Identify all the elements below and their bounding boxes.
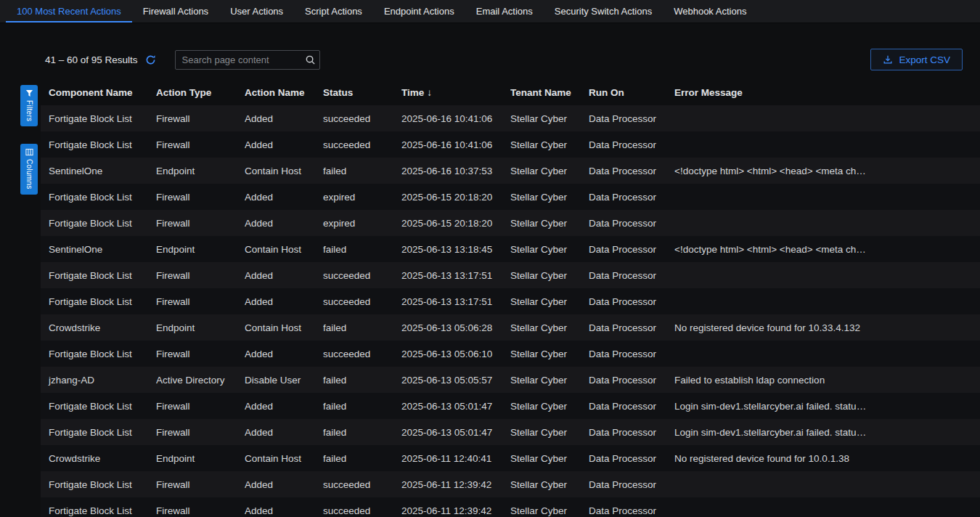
cell-time: 2025-06-16 10:41:06 bbox=[401, 113, 510, 124]
cell-tenant-name: Stellar Cyber bbox=[510, 244, 589, 255]
cell-action-name: Contain Host bbox=[245, 322, 323, 333]
table-row[interactable]: Fortigate Block ListFirewallAddedsucceed… bbox=[41, 471, 980, 497]
cell-tenant-name: Stellar Cyber bbox=[510, 479, 589, 490]
cell-tenant-name: Stellar Cyber bbox=[510, 113, 589, 124]
cell-error-message: Failed to establish ldap connection bbox=[674, 375, 980, 386]
table-row[interactable]: Fortigate Block ListFirewallAddedfailed2… bbox=[41, 419, 980, 445]
filter-funnel-icon bbox=[25, 89, 33, 97]
cell-component-name: Fortigate Block List bbox=[41, 427, 156, 438]
cell-action-type: Active Directory bbox=[156, 375, 245, 386]
table-row[interactable]: Fortigate Block ListFirewallAddedfailed2… bbox=[41, 393, 980, 419]
tab-user-actions[interactable]: User Actions bbox=[219, 0, 294, 23]
cell-action-type: Endpoint bbox=[156, 322, 245, 333]
cell-action-type: Firewall bbox=[156, 479, 245, 490]
table-row[interactable]: Fortigate Block ListFirewallAddedsucceed… bbox=[41, 105, 980, 131]
cell-action-name: Added bbox=[245, 427, 323, 438]
tab-firewall-actions[interactable]: Firewall Actions bbox=[132, 0, 219, 23]
cell-component-name: Fortigate Block List bbox=[41, 192, 156, 203]
cell-action-type: Firewall bbox=[156, 192, 245, 203]
cell-run-on: Data Processor bbox=[589, 270, 674, 281]
cell-action-type: Endpoint bbox=[156, 166, 245, 176]
cell-error-message: Login sim-dev1.stellarcyber.ai failed. s… bbox=[674, 401, 980, 412]
cell-action-name: Disable User bbox=[245, 375, 323, 386]
table-row[interactable]: Fortigate Block ListFirewallAddedsucceed… bbox=[41, 288, 980, 314]
cell-tenant-name: Stellar Cyber bbox=[510, 401, 589, 412]
cell-tenant-name: Stellar Cyber bbox=[510, 192, 589, 203]
results-count: 41 – 60 of 95 Results bbox=[45, 54, 138, 65]
cell-action-type: Endpoint bbox=[156, 244, 245, 255]
cell-status: failed bbox=[323, 401, 401, 412]
cell-action-name: Contain Host bbox=[245, 453, 323, 464]
columns-label: Columns bbox=[25, 159, 33, 190]
filters-panel-button[interactable]: Filters bbox=[20, 85, 38, 126]
column-header-tenant-name[interactable]: Tenant Name bbox=[510, 87, 589, 98]
column-header-component-name[interactable]: Component Name bbox=[41, 87, 156, 98]
cell-action-name: Added bbox=[245, 218, 323, 229]
table-row[interactable]: Fortigate Block ListFirewallAddedsucceed… bbox=[41, 497, 980, 517]
table-row[interactable]: Fortigate Block ListFirewallAddedexpired… bbox=[41, 210, 980, 236]
cell-component-name: Fortigate Block List bbox=[41, 218, 156, 229]
tab-webhook-actions[interactable]: Webhook Actions bbox=[663, 0, 757, 23]
cell-status: failed bbox=[323, 166, 401, 176]
table-row[interactable]: Fortigate Block ListFirewallAddedexpired… bbox=[41, 184, 980, 210]
column-header-run-on[interactable]: Run On bbox=[589, 87, 674, 98]
table-row[interactable]: CrowdstrikeEndpointContain Hostfailed202… bbox=[41, 445, 980, 471]
cell-error-message: <!doctype html> <html> <head> <meta ch… bbox=[674, 166, 980, 176]
cell-time: 2025-06-13 13:18:45 bbox=[401, 244, 510, 255]
cell-action-name: Added bbox=[245, 479, 323, 490]
cell-run-on: Data Processor bbox=[589, 427, 674, 438]
table-row[interactable]: Fortigate Block ListFirewallAddedsucceed… bbox=[41, 131, 980, 158]
cell-action-name: Added bbox=[245, 270, 323, 281]
cell-tenant-name: Stellar Cyber bbox=[510, 322, 589, 333]
cell-component-name: Fortigate Block List bbox=[41, 270, 156, 281]
search-icon[interactable] bbox=[305, 54, 316, 65]
column-header-time[interactable]: Time↓ bbox=[401, 87, 510, 98]
table-row[interactable]: Fortigate Block ListFirewallAddedsucceed… bbox=[41, 262, 980, 288]
column-header-status[interactable]: Status bbox=[323, 87, 401, 98]
cell-status: succeeded bbox=[323, 113, 401, 124]
cell-run-on: Data Processor bbox=[589, 296, 674, 307]
cell-run-on: Data Processor bbox=[589, 218, 674, 229]
table-row[interactable]: jzhang-ADActive DirectoryDisable Userfai… bbox=[41, 367, 980, 393]
cell-action-type: Firewall bbox=[156, 401, 245, 412]
tab-endpoint-actions[interactable]: Endpoint Actions bbox=[373, 0, 465, 23]
side-rail: Filters Columns bbox=[20, 85, 38, 195]
cell-component-name: jzhang-AD bbox=[41, 375, 156, 386]
tab-script-actions[interactable]: Script Actions bbox=[294, 0, 373, 23]
cell-component-name: Fortigate Block List bbox=[41, 479, 156, 490]
cell-run-on: Data Processor bbox=[589, 349, 674, 359]
search-input[interactable] bbox=[175, 50, 320, 70]
cell-run-on: Data Processor bbox=[589, 322, 674, 333]
refresh-button[interactable] bbox=[145, 54, 156, 65]
column-header-error-message[interactable]: Error Message bbox=[674, 87, 980, 98]
column-header-action-type[interactable]: Action Type bbox=[156, 87, 245, 98]
cell-action-name: Added bbox=[245, 113, 323, 124]
table-row[interactable]: Fortigate Block ListFirewallAddedsucceed… bbox=[41, 341, 980, 367]
table-row[interactable]: SentinelOneEndpointContain Hostfailed202… bbox=[41, 236, 980, 262]
column-header-action-name[interactable]: Action Name bbox=[245, 87, 323, 98]
cell-error-message: No registered device found for 10.0.1.38 bbox=[674, 453, 980, 464]
cell-run-on: Data Processor bbox=[589, 401, 674, 412]
cell-status: succeeded bbox=[323, 296, 401, 307]
export-csv-button[interactable]: Export CSV bbox=[870, 49, 963, 70]
table-row[interactable]: SentinelOneEndpointContain Hostfailed202… bbox=[41, 158, 980, 184]
cell-status: failed bbox=[323, 322, 401, 333]
cell-status: succeeded bbox=[323, 349, 401, 359]
cell-run-on: Data Processor bbox=[589, 244, 674, 255]
filters-label: Filters bbox=[25, 100, 33, 121]
cell-action-type: Firewall bbox=[156, 349, 245, 359]
table-row[interactable]: CrowdstrikeEndpointContain Hostfailed202… bbox=[41, 314, 980, 341]
cell-run-on: Data Processor bbox=[589, 139, 674, 150]
tab-security-switch-actions[interactable]: Security Switch Actions bbox=[544, 0, 663, 23]
cell-action-name: Added bbox=[245, 349, 323, 359]
tab-100-most-recent-actions[interactable]: 100 Most Recent Actions bbox=[6, 0, 132, 23]
tab-bar: 100 Most Recent ActionsFirewall ActionsU… bbox=[0, 0, 980, 23]
cell-status: expired bbox=[323, 192, 401, 203]
columns-panel-button[interactable]: Columns bbox=[20, 144, 38, 195]
search-box bbox=[175, 50, 320, 70]
cell-time: 2025-06-13 05:05:57 bbox=[401, 375, 510, 386]
cell-component-name: Fortigate Block List bbox=[41, 139, 156, 150]
cell-component-name: Fortigate Block List bbox=[41, 296, 156, 307]
cell-action-name: Contain Host bbox=[245, 244, 323, 255]
tab-email-actions[interactable]: Email Actions bbox=[465, 0, 544, 23]
